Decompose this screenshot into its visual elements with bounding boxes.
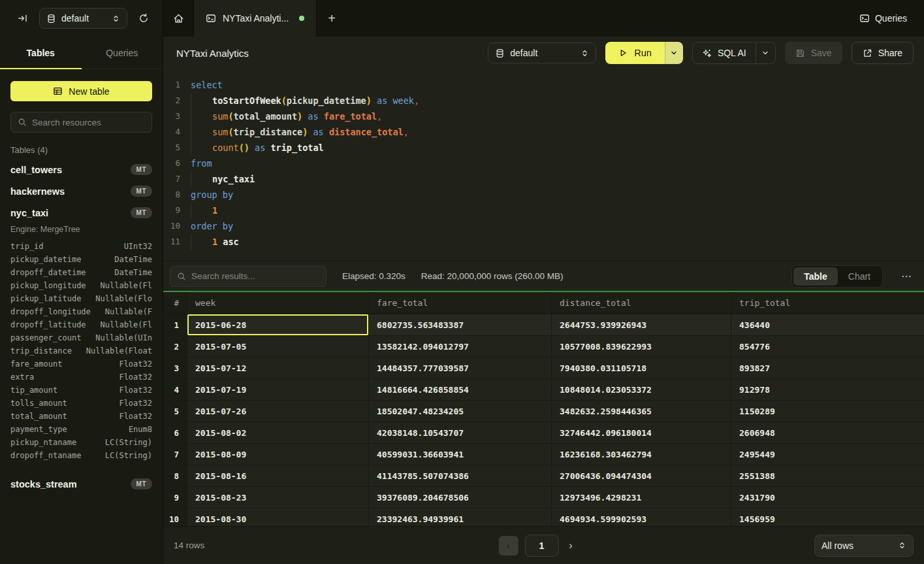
sidebar-table-stocks-stream[interactable]: stocks_stream MT [0, 473, 163, 495]
table-row: 12015-06-286802735.5634833872644753.9399… [163, 314, 924, 336]
editor-line[interactable]: 111 asc [163, 234, 924, 250]
table-cell[interactable]: 32746442.096180014 [552, 422, 731, 443]
table-cell[interactable]: 12973496.4298231 [552, 487, 731, 508]
table-cell[interactable]: 4694934.599902593 [552, 508, 731, 526]
column-type: Float32 [119, 359, 152, 373]
tab-nytaxi-analytics[interactable]: NYTaxi Analyti... [193, 0, 317, 37]
table-cell[interactable]: 2015-08-02 [187, 422, 369, 443]
editor-line[interactable]: 8group by [163, 187, 924, 203]
view-tab-table[interactable]: Table [793, 267, 838, 286]
sidebar-tab-tables[interactable]: Tables [0, 37, 82, 69]
editor-line[interactable]: 5count() as trip_total [163, 140, 924, 156]
column-name: extra [10, 373, 34, 386]
run-button[interactable]: Run [605, 42, 665, 64]
table-cell[interactable]: 2606948 [731, 422, 924, 443]
table-cell[interactable]: 1456959 [731, 508, 924, 526]
table-cell[interactable]: 3482632.2598446365 [552, 401, 731, 422]
table-cell[interactable]: 2015-08-30 [187, 508, 369, 526]
next-page-button[interactable]: › [565, 540, 576, 552]
database-selector[interactable]: default [39, 8, 127, 29]
table-cell[interactable]: 893827 [731, 357, 924, 378]
table-cell[interactable]: 2015-08-23 [187, 487, 369, 508]
editor-line[interactable]: 2toStartOfWeek(pickup_datetime) as week, [163, 93, 924, 108]
run-options-button[interactable] [665, 42, 683, 64]
table-cell[interactable]: 2015-07-12 [187, 357, 369, 378]
table-cell[interactable]: 6802735.563483387 [369, 314, 552, 335]
results-search-input[interactable] [191, 271, 319, 281]
table-cell[interactable]: 7940380.031105718 [552, 357, 731, 378]
table-cell[interactable]: 2015-07-05 [187, 336, 369, 357]
table-cell[interactable]: 10577008.839622993 [552, 336, 731, 357]
table-cell[interactable]: 2015-06-28 [187, 314, 369, 335]
sidebar-tab-queries[interactable]: Queries [82, 37, 163, 69]
resource-search-input[interactable] [32, 118, 145, 127]
table-cell[interactable]: 2015-08-09 [187, 444, 369, 465]
table-cell[interactable]: 13582142.094012797 [369, 336, 552, 357]
table-cell[interactable]: 2015-08-16 [187, 465, 369, 486]
header-cell[interactable]: fare_total [369, 292, 552, 314]
line-code: sum(total_amount) as fare_total, [191, 108, 382, 124]
table-cell[interactable]: 18502047.48234205 [369, 401, 552, 422]
table-cell[interactable]: 1150289 [731, 401, 924, 422]
header-cell[interactable]: week [187, 292, 369, 314]
new-tab-button[interactable]: + [317, 0, 347, 37]
table-cell[interactable]: 2015-07-19 [187, 379, 369, 400]
home-icon[interactable] [163, 0, 193, 37]
sidebar-table-nyc-taxi[interactable]: nyc_taxi MT [0, 202, 163, 224]
current-page[interactable]: 1 [524, 535, 558, 557]
sidebar-table-hackernews[interactable]: hackernews MT [0, 180, 163, 202]
editor-line[interactable]: 7nyc_taxi [163, 171, 924, 187]
header-cell[interactable]: # [163, 292, 187, 314]
line-code: 1 asc [191, 234, 239, 250]
editor-line[interactable]: 10order by [163, 218, 924, 234]
header-cell[interactable]: trip_total [731, 292, 924, 314]
table-cell[interactable]: 2015-07-26 [187, 401, 369, 422]
sidebar-table-cell-towers[interactable]: cell_towers MT [0, 159, 163, 180]
sql-editor[interactable]: 1select2toStartOfWeek(pickup_datetime) a… [163, 69, 924, 261]
table-cell[interactable]: 854776 [731, 336, 924, 357]
editor-line[interactable]: 4sum(trip_distance) as distance_total, [163, 124, 924, 140]
table-cell[interactable]: 23392463.94939961 [369, 508, 552, 526]
table-icon [53, 86, 63, 96]
line-number: 5 [163, 140, 180, 156]
sql-ai-options-button[interactable] [756, 42, 775, 63]
editor-line[interactable]: 3sum(total_amount) as fare_total, [163, 108, 924, 124]
table-cell[interactable]: 2495449 [731, 444, 924, 465]
table-cell[interactable]: 41143785.507074386 [369, 465, 552, 486]
queries-button[interactable]: Queries [859, 0, 924, 37]
table-cell[interactable]: 2551388 [731, 465, 924, 486]
table-cell[interactable]: 14816664.426858854 [369, 379, 552, 400]
prev-page-button[interactable]: ‹ [498, 536, 518, 556]
view-tab-chart[interactable]: Chart [838, 267, 881, 286]
save-button[interactable]: Save [785, 42, 842, 64]
table-cell[interactable]: 16236168.303462794 [552, 444, 731, 465]
share-button[interactable]: Share [852, 42, 914, 64]
unsaved-dot-icon [299, 16, 304, 21]
table-cell[interactable]: 42038148.10543707 [369, 422, 552, 443]
sql-ai-button[interactable]: SQL AI [693, 48, 756, 58]
table-cell[interactable]: 14484357.777039587 [369, 357, 552, 378]
editor-line[interactable]: 1select [163, 77, 924, 93]
sql-ai-button-group: SQL AI [692, 42, 776, 64]
header-cell[interactable]: distance_total [552, 292, 731, 314]
table-cell[interactable]: 10848014.023053372 [552, 379, 731, 400]
collapse-sidebar-icon[interactable] [13, 8, 33, 28]
table-cell[interactable]: 39376089.204678506 [369, 487, 552, 508]
row-number: 10 [163, 508, 187, 526]
table-cell[interactable]: 912978 [731, 379, 924, 400]
table-cell[interactable]: 2644753.939926943 [552, 314, 731, 335]
more-options-button[interactable]: ⋯ [899, 270, 915, 282]
table-cell[interactable]: 27006436.094474304 [552, 465, 731, 486]
editor-line[interactable]: 91 [163, 203, 924, 218]
table-cell[interactable]: 2431790 [731, 487, 924, 508]
query-database-selector[interactable]: default [488, 42, 596, 63]
refresh-icon[interactable] [134, 8, 153, 28]
editor-line[interactable]: 6from [163, 156, 924, 171]
table-cell[interactable]: 40599031.36603941 [369, 444, 552, 465]
schema-column: extraFloat32 [10, 373, 152, 386]
line-number: 8 [163, 187, 180, 203]
page-size-selector[interactable]: All rows [814, 535, 914, 557]
new-table-button[interactable]: New table [10, 81, 152, 101]
save-label: Save [811, 48, 832, 58]
table-cell[interactable]: 436440 [731, 314, 924, 335]
